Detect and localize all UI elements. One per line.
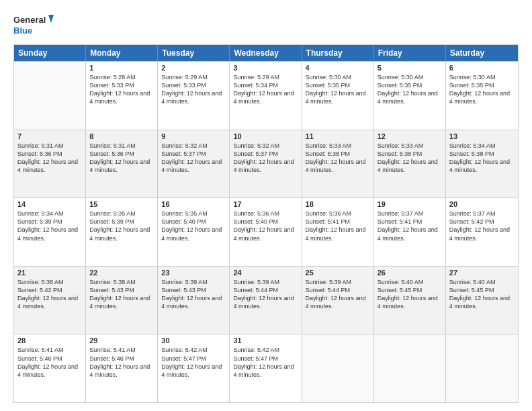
- day-info: Sunrise: 5:30 AMSunset: 5:35 PMDaylight:…: [378, 73, 442, 106]
- day-info: Sunrise: 5:30 AMSunset: 5:35 PMDaylight:…: [306, 73, 370, 106]
- day-number: 8: [89, 132, 154, 140]
- calendar-week-4: 21Sunrise: 5:38 AMSunset: 5:42 PMDayligh…: [14, 266, 518, 334]
- day-info: Sunrise: 5:35 AMSunset: 5:39 PMDaylight:…: [89, 210, 154, 242]
- day-cell-21: 21Sunrise: 5:38 AMSunset: 5:42 PMDayligh…: [14, 267, 86, 334]
- day-info: Sunrise: 5:32 AMSunset: 5:37 PMDaylight:…: [161, 142, 226, 175]
- day-number: 4: [306, 64, 370, 72]
- day-cell-5: 5Sunrise: 5:30 AMSunset: 5:35 PMDaylight…: [374, 62, 446, 130]
- day-info: Sunrise: 5:39 AMSunset: 5:43 PMDaylight:…: [161, 278, 226, 311]
- day-number: 18: [306, 200, 370, 208]
- col-header-saturday: Saturday: [446, 45, 518, 61]
- day-cell-24: 24Sunrise: 5:39 AMSunset: 5:44 PMDayligh…: [230, 267, 302, 334]
- day-cell-20: 20Sunrise: 5:37 AMSunset: 5:42 PMDayligh…: [446, 198, 518, 266]
- day-cell-15: 15Sunrise: 5:35 AMSunset: 5:39 PMDayligh…: [86, 198, 158, 266]
- col-header-tuesday: Tuesday: [158, 45, 230, 61]
- day-info: Sunrise: 5:39 AMSunset: 5:44 PMDaylight:…: [306, 278, 370, 311]
- day-cell-26: 26Sunrise: 5:40 AMSunset: 5:45 PMDayligh…: [374, 267, 446, 334]
- day-cell-2: 2Sunrise: 5:29 AMSunset: 5:33 PMDaylight…: [158, 62, 230, 130]
- day-info: Sunrise: 5:40 AMSunset: 5:45 PMDaylight:…: [449, 278, 515, 311]
- day-number: 14: [17, 200, 82, 208]
- day-info: Sunrise: 5:42 AMSunset: 5:47 PMDaylight:…: [161, 346, 226, 379]
- day-number: 22: [89, 269, 154, 277]
- day-info: Sunrise: 5:38 AMSunset: 5:42 PMDaylight:…: [17, 278, 82, 311]
- day-info: Sunrise: 5:31 AMSunset: 5:36 PMDaylight:…: [89, 142, 154, 175]
- day-info: Sunrise: 5:40 AMSunset: 5:45 PMDaylight:…: [378, 278, 442, 311]
- day-cell-22: 22Sunrise: 5:38 AMSunset: 5:43 PMDayligh…: [86, 267, 158, 334]
- day-number: 2: [161, 64, 226, 72]
- day-cell-25: 25Sunrise: 5:39 AMSunset: 5:44 PMDayligh…: [302, 267, 374, 334]
- svg-marker-2: [48, 15, 54, 23]
- day-info: Sunrise: 5:38 AMSunset: 5:43 PMDaylight:…: [89, 278, 154, 311]
- day-info: Sunrise: 5:37 AMSunset: 5:42 PMDaylight:…: [449, 210, 515, 242]
- day-cell-1: 1Sunrise: 5:28 AMSunset: 5:33 PMDaylight…: [86, 62, 158, 130]
- col-header-thursday: Thursday: [302, 45, 374, 61]
- day-number: 30: [161, 336, 226, 345]
- day-cell-4: 4Sunrise: 5:30 AMSunset: 5:35 PMDaylight…: [302, 62, 374, 130]
- calendar: SundayMondayTuesdayWednesdayThursdayFrid…: [13, 44, 519, 403]
- day-number: 11: [306, 132, 370, 140]
- day-number: 13: [449, 132, 515, 140]
- day-info: Sunrise: 5:31 AMSunset: 5:36 PMDaylight:…: [17, 142, 82, 175]
- day-number: 9: [161, 132, 226, 140]
- day-info: Sunrise: 5:42 AMSunset: 5:47 PMDaylight:…: [233, 346, 298, 379]
- day-cell-11: 11Sunrise: 5:33 AMSunset: 5:38 PMDayligh…: [302, 130, 374, 198]
- day-info: Sunrise: 5:39 AMSunset: 5:44 PMDaylight:…: [233, 278, 298, 311]
- day-info: Sunrise: 5:28 AMSunset: 5:33 PMDaylight:…: [89, 73, 154, 106]
- day-number: 19: [378, 200, 442, 208]
- day-cell-23: 23Sunrise: 5:39 AMSunset: 5:43 PMDayligh…: [158, 267, 230, 334]
- day-number: 3: [233, 64, 298, 72]
- day-info: Sunrise: 5:33 AMSunset: 5:38 PMDaylight:…: [306, 142, 370, 175]
- day-cell-18: 18Sunrise: 5:36 AMSunset: 5:41 PMDayligh…: [302, 198, 374, 266]
- day-cell-3: 3Sunrise: 5:29 AMSunset: 5:34 PMDaylight…: [230, 62, 302, 130]
- day-info: Sunrise: 5:32 AMSunset: 5:37 PMDaylight:…: [233, 142, 298, 175]
- col-header-monday: Monday: [86, 45, 158, 61]
- day-cell-13: 13Sunrise: 5:34 AMSunset: 5:38 PMDayligh…: [446, 130, 518, 198]
- empty-cell-4-5: [374, 334, 446, 402]
- day-cell-7: 7Sunrise: 5:31 AMSunset: 5:36 PMDaylight…: [14, 130, 86, 198]
- calendar-header-row: SundayMondayTuesdayWednesdayThursdayFrid…: [14, 45, 518, 61]
- day-cell-14: 14Sunrise: 5:34 AMSunset: 5:39 PMDayligh…: [14, 198, 86, 266]
- day-info: Sunrise: 5:34 AMSunset: 5:39 PMDaylight:…: [17, 210, 82, 242]
- logo: General Blue: [13, 12, 54, 38]
- day-info: Sunrise: 5:36 AMSunset: 5:40 PMDaylight:…: [233, 210, 298, 242]
- calendar-week-2: 7Sunrise: 5:31 AMSunset: 5:36 PMDaylight…: [14, 130, 518, 198]
- day-cell-30: 30Sunrise: 5:42 AMSunset: 5:47 PMDayligh…: [158, 334, 230, 402]
- day-cell-27: 27Sunrise: 5:40 AMSunset: 5:45 PMDayligh…: [446, 267, 518, 334]
- calendar-body: 1Sunrise: 5:28 AMSunset: 5:33 PMDaylight…: [14, 61, 518, 402]
- day-cell-12: 12Sunrise: 5:33 AMSunset: 5:38 PMDayligh…: [374, 130, 446, 198]
- svg-text:General: General: [13, 15, 46, 25]
- day-cell-29: 29Sunrise: 5:41 AMSunset: 5:46 PMDayligh…: [86, 334, 158, 402]
- day-info: Sunrise: 5:36 AMSunset: 5:41 PMDaylight:…: [306, 210, 370, 242]
- col-header-sunday: Sunday: [14, 45, 86, 61]
- day-number: 24: [233, 269, 298, 277]
- day-cell-9: 9Sunrise: 5:32 AMSunset: 5:37 PMDaylight…: [158, 130, 230, 198]
- day-info: Sunrise: 5:29 AMSunset: 5:33 PMDaylight:…: [161, 73, 226, 106]
- day-cell-19: 19Sunrise: 5:37 AMSunset: 5:41 PMDayligh…: [374, 198, 446, 266]
- day-cell-10: 10Sunrise: 5:32 AMSunset: 5:37 PMDayligh…: [230, 130, 302, 198]
- day-number: 23: [161, 269, 226, 277]
- day-number: 1: [89, 64, 154, 72]
- empty-cell-4-6: [446, 334, 518, 402]
- day-number: 27: [449, 269, 515, 277]
- logo-svg: General Blue: [13, 12, 54, 38]
- day-info: Sunrise: 5:34 AMSunset: 5:38 PMDaylight:…: [449, 142, 515, 175]
- day-cell-31: 31Sunrise: 5:42 AMSunset: 5:47 PMDayligh…: [230, 334, 302, 402]
- empty-cell-4-4: [302, 334, 374, 402]
- day-cell-16: 16Sunrise: 5:35 AMSunset: 5:40 PMDayligh…: [158, 198, 230, 266]
- header: General Blue: [13, 12, 519, 38]
- page: General Blue SundayMondayTuesdayWednesda…: [0, 0, 532, 411]
- day-info: Sunrise: 5:41 AMSunset: 5:46 PMDaylight:…: [17, 346, 82, 379]
- col-header-friday: Friday: [374, 45, 446, 61]
- day-info: Sunrise: 5:33 AMSunset: 5:38 PMDaylight:…: [378, 142, 442, 175]
- day-cell-28: 28Sunrise: 5:41 AMSunset: 5:46 PMDayligh…: [14, 334, 86, 402]
- day-number: 12: [378, 132, 442, 140]
- day-number: 26: [378, 269, 442, 277]
- day-number: 16: [161, 200, 226, 208]
- day-number: 5: [378, 64, 442, 72]
- day-number: 25: [306, 269, 370, 277]
- calendar-week-3: 14Sunrise: 5:34 AMSunset: 5:39 PMDayligh…: [14, 197, 518, 266]
- day-number: 15: [89, 200, 154, 208]
- empty-cell-0-0: [14, 62, 86, 130]
- day-number: 7: [17, 132, 82, 140]
- day-info: Sunrise: 5:35 AMSunset: 5:40 PMDaylight:…: [161, 210, 226, 242]
